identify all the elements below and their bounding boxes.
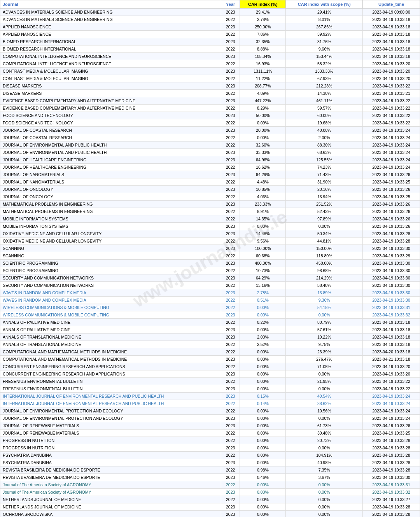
table-cell: OXIDATIVE MEDICINE AND CELLULAR LONGEVIT… <box>0 230 221 238</box>
table-cell: 67.93% <box>286 75 363 82</box>
table-cell: 450.00% <box>286 260 363 267</box>
table-cell: 2022 <box>221 75 240 82</box>
table-cell: 14.30% <box>286 90 363 97</box>
table-cell: 14.48% <box>240 230 286 238</box>
table-cell: 2023-04-19 10:33:24 <box>363 134 420 141</box>
table-cell: 2023-04-19 10:33:22 <box>363 97 420 105</box>
table-cell: 2023-04-19 10:33:22 <box>363 82 420 90</box>
table-row: MATHEMATICAL PROBLEMS IN ENGINEERING2022… <box>0 208 420 215</box>
table-cell: 9.66% <box>286 45 363 53</box>
table-cell: 2023-04-19 10:33:26 <box>363 223 420 230</box>
table-row: COMPUTATIONAL INTELLIGENCE AND NEUROSCIE… <box>0 53 420 60</box>
table-cell: 2022 <box>221 348 240 356</box>
table-row: SECURITY AND COMMUNICATION NETWORKS20236… <box>0 274 420 282</box>
table-cell: JOURNAL OF HEALTHCARE ENGINEERING <box>0 156 221 164</box>
table-cell: 212.28% <box>286 82 363 90</box>
table-cell: 2023-04-19 10:33:30 <box>363 474 420 481</box>
table-cell: APPLIED NANOSCIENCE <box>0 31 221 38</box>
table-row: BIOMED RESEARCH INTERNATIONAL20228.88%9.… <box>0 45 420 53</box>
table-cell: SCIENTIFIC PROGRAMMING <box>0 267 221 274</box>
table-cell: 38.62% <box>286 400 363 407</box>
table-cell: 2022 <box>221 60 240 68</box>
table-cell: 153.44% <box>286 53 363 60</box>
table-cell: NETHERLANDS JOURNAL OF MEDICINE <box>0 496 221 503</box>
table-cell: 105.34% <box>240 53 286 60</box>
table-cell: 0.00% <box>240 223 286 230</box>
table-row: JOURNAL OF RENEWABLE MATERIALS20230.00%6… <box>0 422 420 430</box>
table-cell: 2022 <box>221 437 240 444</box>
table-cell: MOBILE INFORMATION SYSTEMS <box>0 223 221 230</box>
table-cell: 2023 <box>221 474 240 481</box>
table-cell: 10.22% <box>286 334 363 341</box>
table-cell: ANNALS OF PALLIATIVE MEDICINE <box>0 319 221 326</box>
table-cell: 59.57% <box>286 105 363 112</box>
table-cell: 60.00% <box>286 112 363 119</box>
table-cell: 267.86% <box>286 23 363 31</box>
table-cell: 64.29% <box>240 274 286 282</box>
table-cell: 2023 <box>221 82 240 90</box>
table-cell: FOOD SCIENCE AND TECHNOLOGY <box>0 112 221 119</box>
table-cell: 0.00% <box>286 385 363 393</box>
table-cell: 0.00% <box>240 422 286 430</box>
table-row: INTERNATIONAL JOURNAL OF ENVIRONMENTAL R… <box>0 400 420 407</box>
table-cell: 0.00% <box>286 444 363 452</box>
table-cell: 2023 <box>221 9 240 16</box>
table-cell: 2023-04-19 10:33:18 <box>363 326 420 334</box>
table-cell: 0.22% <box>240 319 286 326</box>
table-cell: 2023 <box>221 97 240 105</box>
table-cell: 2022 <box>221 252 240 260</box>
table-cell: 2023 <box>221 385 240 393</box>
table-cell: 2023-04-19 10:33:26 <box>363 215 420 223</box>
main-table: Journal Year CAR index (%) CAR index wit… <box>0 0 420 517</box>
table-cell: 2022 <box>221 267 240 274</box>
table-cell: 0.09% <box>240 119 286 127</box>
table-cell: 118.80% <box>286 252 363 260</box>
table-cell: 2023-04-19 10:33:24 <box>363 149 420 156</box>
table-cell: 2022 <box>221 178 240 186</box>
table-cell: 71.05% <box>286 363 363 370</box>
table-cell: COMPUTATIONAL INTELLIGENCE AND NEUROSCIE… <box>0 60 221 68</box>
table-row: JOURNAL OF RENEWABLE MATERIALS20220.00%3… <box>0 430 420 437</box>
table-cell: 2022 <box>221 341 240 348</box>
table-cell: 0.00% <box>240 378 286 385</box>
table-cell: 0.00% <box>286 496 363 503</box>
table-cell: 0.00% <box>240 385 286 393</box>
table-cell: 2023 <box>221 415 240 422</box>
table-cell: 0.00% <box>240 452 286 459</box>
table-cell: 2023 <box>221 422 240 430</box>
table-cell: 461.11% <box>286 97 363 105</box>
table-row: FRESENIUS ENVIRONMENTAL BULLETIN20220.00… <box>0 378 420 385</box>
table-row: NETHERLANDS JOURNAL OF MEDICINE20220.00%… <box>0 496 420 503</box>
table-cell: 2023 <box>221 201 240 208</box>
table-row: PROGRESS IN NUTRITION20220.00%20.73%2023… <box>0 437 420 444</box>
table-cell: 23.39% <box>286 348 363 356</box>
table-cell: 2023-04-19 10:33:18 <box>363 31 420 38</box>
table-cell: 2023-04-19 10:33:22 <box>363 378 420 385</box>
table-cell: 2022 <box>221 141 240 149</box>
table-cell: 16.93% <box>240 60 286 68</box>
table-cell: 2023 <box>221 393 240 400</box>
table-cell: JOURNAL OF ENVIRONMENTAL PROTECTION AND … <box>0 415 221 422</box>
table-cell: NETHERLANDS JOURNAL OF MEDICINE <box>0 503 221 511</box>
table-cell: 9.36% <box>286 297 363 304</box>
table-cell: MATHEMATICAL PROBLEMS IN ENGINEERING <box>0 201 221 208</box>
table-cell: 0.00% <box>240 444 286 452</box>
table-cell: 13.94% <box>286 193 363 201</box>
table-cell: 0.00% <box>286 503 363 511</box>
table-row: Journal of The American Society of AGRON… <box>0 481 420 489</box>
table-cell: PROGRESS IN NUTRITION <box>0 444 221 452</box>
table-cell: 58.32% <box>286 60 363 68</box>
table-cell: 2023-04-19 10:33:30 <box>363 297 420 304</box>
table-cell: 64.29% <box>240 171 286 178</box>
table-cell: 2023-04-19 10:33:21 <box>363 90 420 97</box>
table-cell: 4.89% <box>240 90 286 97</box>
table-cell: 16.62% <box>240 164 286 171</box>
table-cell: 98.68% <box>286 267 363 274</box>
table-cell: 20.00% <box>240 127 286 134</box>
table-cell: ANNALS OF TRANSLATIONAL MEDICINE <box>0 334 221 341</box>
table-cell: JOURNAL OF COASTAL RESEARCH <box>0 127 221 134</box>
table-cell: REVISTA BRASILEIRA DE MEDICINA DO ESPORT… <box>0 474 221 481</box>
table-cell: 2023-04-19 10:33:26 <box>363 422 420 430</box>
table-cell: JOURNAL OF HEALTHCARE ENGINEERING <box>0 164 221 171</box>
table-cell: 13.89% <box>286 289 363 297</box>
